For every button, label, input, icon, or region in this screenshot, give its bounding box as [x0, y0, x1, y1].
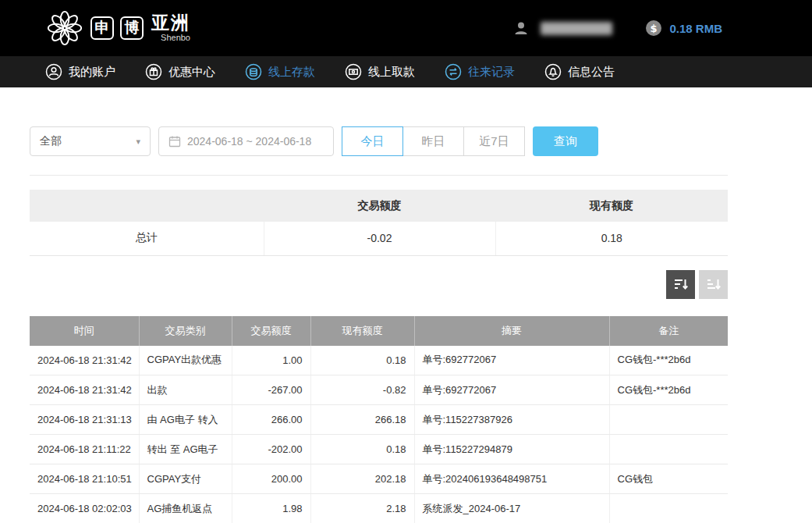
table-cell: 单号:692772067	[414, 375, 609, 405]
svg-text:$: $	[651, 23, 658, 34]
table-cell: 2.18	[310, 494, 414, 523]
table-row: 2024-06-18 21:11:22转出 至 AG电子-202.000.18单…	[30, 435, 728, 464]
summary-header-current-amount: 现有额度	[495, 190, 728, 222]
table-cell: 转出 至 AG电子	[139, 435, 232, 464]
nav-item-my-account[interactable]: 我的账户	[45, 63, 115, 80]
table-row: 2024-06-18 21:10:51CGPAY支付200.00202.18单号…	[30, 464, 728, 494]
query-button[interactable]: 查询	[533, 126, 598, 156]
table-cell: 系统派发_2024-06-17	[414, 494, 609, 523]
announcement-bell-icon	[544, 63, 562, 80]
table-cell	[609, 405, 728, 435]
table-cell: -267.00	[232, 375, 310, 405]
date-range-input[interactable]: 2024-06-18 ~ 2024-06-18	[158, 126, 334, 156]
nav-item-transaction-records[interactable]: 往来记录	[445, 63, 515, 80]
table-row: 2024-06-18 21:31:13由 AG电子 转入266.00266.18…	[30, 405, 728, 435]
nav-item-online-deposit[interactable]: 线上存款	[245, 63, 315, 80]
table-cell: CG钱包	[609, 464, 728, 494]
records-tbody: 2024-06-18 21:31:42CGPAY出款优惠1.000.18单号:6…	[30, 346, 728, 523]
table-cell: 单号:115227387926	[414, 405, 609, 435]
sort-descending-button[interactable]	[666, 270, 695, 299]
brand-logo: 申 博 亚洲 Shenbo	[45, 9, 190, 48]
table-cell: 单号:115227294879	[414, 435, 609, 464]
account-area: $ 0.18 RMB	[512, 20, 722, 37]
sort-descending-icon	[673, 276, 689, 292]
table-cell: 2024-06-18 21:31:13	[30, 405, 139, 435]
transaction-type-select[interactable]: 全部 ▾	[30, 126, 151, 156]
nav-item-online-withdrawal[interactable]: 线上取款	[345, 63, 415, 80]
brand-region: 亚洲	[151, 14, 190, 32]
table-cell: CG钱包-***2b6d	[609, 375, 728, 405]
top-header: 申 博 亚洲 Shenbo $ 0.18 RMB	[0, 0, 812, 56]
table-cell: 由 AG电子 转入	[139, 405, 232, 435]
table-cell: -0.82	[310, 375, 414, 405]
table-cell	[609, 494, 728, 523]
summary-table: 交易额度 现有额度 总计 -0.02 0.18	[30, 190, 728, 256]
table-cell: AG捕鱼机返点	[139, 494, 232, 523]
dollar-icon: $	[645, 20, 662, 37]
summary-header-row: 交易额度 现有额度	[30, 190, 728, 222]
table-cell: 2024-06-18 02:02:03	[30, 494, 139, 523]
table-cell: 2024-06-18 21:31:42	[30, 375, 139, 405]
summary-trade-amount: -0.02	[264, 222, 495, 255]
user-avatar-icon	[512, 20, 530, 37]
summary-header-empty	[30, 190, 264, 222]
main-nav: 我的账户 优惠中心 线上存款 线上取款	[0, 56, 812, 87]
filter-row: 全部 ▾ 2024-06-18 ~ 2024-06-18 今日 昨日 近7日 查…	[30, 126, 728, 156]
table-cell: 出款	[139, 375, 232, 405]
table-cell: 单号:202406193648498751	[414, 464, 609, 494]
summary-current-amount: 0.18	[495, 222, 728, 255]
sort-ascending-button[interactable]	[699, 270, 728, 299]
balance-text: 0.18 RMB	[669, 22, 722, 35]
user-circle-icon	[45, 63, 62, 80]
brand-subtitle: Shenbo	[151, 34, 190, 42]
table-cell: 200.00	[232, 464, 310, 494]
summary-total-row: 总计 -0.02 0.18	[30, 222, 728, 255]
column-header: 现有额度	[310, 316, 414, 346]
nav-item-promotions[interactable]: 优惠中心	[145, 63, 215, 80]
table-cell: 0.18	[310, 435, 414, 464]
table-cell: 2024-06-18 21:11:22	[30, 435, 139, 464]
withdraw-icon	[345, 63, 362, 80]
table-cell: 0.18	[310, 346, 414, 375]
table-cell: 2024-06-18 21:10:51	[30, 464, 139, 494]
divider	[30, 175, 728, 176]
column-header: 时间	[30, 316, 139, 346]
quick-date-buttons: 今日 昨日 近7日	[342, 126, 525, 156]
table-row: 2024-06-18 02:02:03AG捕鱼机返点1.982.18系统派发_2…	[30, 494, 728, 523]
table-cell: 266.18	[310, 405, 414, 435]
summary-total-label: 总计	[30, 222, 264, 255]
table-cell: 202.18	[310, 464, 414, 494]
sort-controls	[30, 270, 728, 299]
table-cell	[609, 435, 728, 464]
flower-logo-icon	[45, 9, 84, 48]
table-cell: -202.00	[232, 435, 310, 464]
table-cell: 单号:692772067	[414, 346, 609, 375]
table-cell: CGPAY支付	[139, 464, 232, 494]
table-cell: 1.98	[232, 494, 310, 523]
summary-header-trade-amount: 交易额度	[264, 190, 495, 222]
table-cell: 2024-06-18 21:31:42	[30, 346, 139, 375]
today-button[interactable]: 今日	[342, 126, 403, 156]
last7days-button[interactable]: 近7日	[463, 126, 525, 156]
yesterday-button[interactable]: 昨日	[402, 126, 464, 156]
nav-item-announcements[interactable]: 信息公告	[544, 63, 615, 80]
column-header: 交易类别	[139, 316, 232, 346]
table-cell: CG钱包-***2b6d	[609, 346, 728, 375]
deposit-icon	[245, 63, 262, 80]
table-row: 2024-06-18 21:31:42CGPAY出款优惠1.000.18单号:6…	[30, 346, 728, 375]
table-row: 2024-06-18 21:31:42出款-267.00-0.82单号:6927…	[30, 375, 728, 405]
table-cell: 1.00	[232, 346, 310, 375]
content-area: 全部 ▾ 2024-06-18 ~ 2024-06-18 今日 昨日 近7日 查…	[30, 126, 728, 523]
column-header: 备注	[609, 316, 728, 346]
chevron-down-icon: ▾	[136, 137, 140, 147]
column-header: 摘要	[414, 316, 609, 346]
column-header: 交易额度	[232, 316, 310, 346]
balance-group: $ 0.18 RMB	[645, 20, 722, 37]
records-table-header-row: 时间交易类别交易额度现有额度摘要备注	[30, 316, 728, 346]
table-cell: 266.00	[232, 405, 310, 435]
brand-char-shen: 申	[90, 16, 114, 40]
username-redacted	[541, 22, 612, 35]
records-icon	[445, 63, 462, 80]
gift-icon	[145, 63, 162, 80]
brand-char-bo: 博	[120, 16, 144, 40]
